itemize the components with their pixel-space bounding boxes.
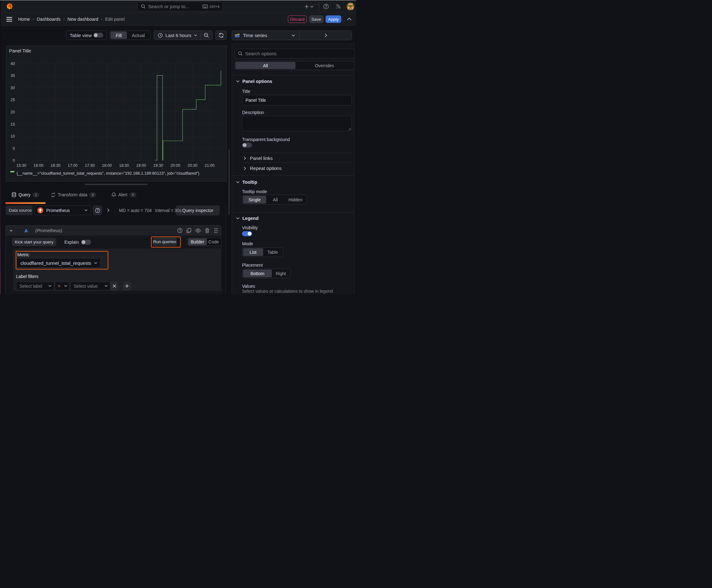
svg-text:15:30: 15:30	[16, 163, 26, 168]
svg-text:17:30: 17:30	[85, 163, 94, 168]
svg-text:19:00: 19:00	[136, 163, 146, 168]
svg-text:18:00: 18:00	[102, 163, 112, 168]
svg-text:35: 35	[10, 74, 15, 78]
svg-text:20:30: 20:30	[188, 163, 197, 168]
svg-text:16:00: 16:00	[34, 163, 43, 168]
svg-text:30: 30	[10, 86, 15, 90]
svg-text:{__name__="cloudflared_tunnel_: {__name__="cloudflared_tunnel_total_requ…	[17, 171, 200, 175]
svg-text:25: 25	[10, 98, 15, 102]
svg-text:0: 0	[13, 158, 15, 163]
svg-text:15: 15	[10, 122, 15, 127]
svg-text:20:00: 20:00	[170, 163, 180, 168]
svg-text:10: 10	[10, 134, 15, 139]
svg-text:18:30: 18:30	[119, 163, 129, 168]
svg-text:19:30: 19:30	[153, 163, 163, 168]
svg-text:20: 20	[10, 110, 15, 114]
svg-text:16:30: 16:30	[50, 163, 60, 168]
svg-text:40: 40	[10, 62, 15, 66]
svg-text:17:00: 17:00	[68, 163, 78, 168]
svg-text:5: 5	[13, 146, 15, 151]
svg-text:21:00: 21:00	[205, 163, 214, 168]
